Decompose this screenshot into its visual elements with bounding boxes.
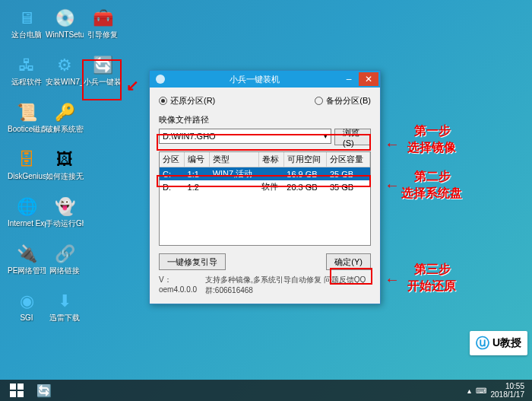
step3-sub: 开始还原 bbox=[407, 278, 456, 294]
icon-sgi[interactable]: ◉ SGI bbox=[8, 289, 45, 329]
step2-title: 第二步 bbox=[414, 169, 451, 184]
svg-point-0 bbox=[156, 75, 165, 84]
watermark-text: JIAOSHOU.COM bbox=[213, 198, 307, 209]
thunder-icon: ⬇ bbox=[52, 289, 77, 313]
svg-rect-1 bbox=[10, 383, 16, 390]
icon-winntsetup[interactable]: 💿 WinNTSetup bbox=[46, 6, 83, 46]
highlight-path-box bbox=[157, 134, 371, 151]
clock[interactable]: 10:55 2018/1/17 bbox=[491, 382, 525, 399]
icon-crack-pwd[interactable]: 🔑 破解系统密码 bbox=[46, 100, 83, 140]
radio-icon bbox=[315, 97, 323, 105]
titlebar[interactable]: 小兵一键装机 – ✕ bbox=[150, 71, 380, 88]
path-label: 映像文件路径 bbox=[159, 114, 371, 126]
disc-icon: 💿 bbox=[52, 6, 77, 30]
svg-rect-4 bbox=[17, 391, 24, 397]
close-button[interactable]: ✕ bbox=[359, 72, 378, 86]
step3-title: 第三步 bbox=[414, 262, 451, 277]
icon-this-pc[interactable]: 🖥 这台电脑 bbox=[8, 6, 45, 46]
taskbar: 🔄 ▴ ⌨ 10:55 2018/1/17 bbox=[0, 380, 532, 401]
icon-bootice[interactable]: 📜 Bootice磁盘工具 bbox=[8, 100, 45, 140]
highlight-ok-box bbox=[330, 268, 372, 285]
arrow-icon: ← bbox=[385, 135, 400, 153]
app-icon: 🔄 bbox=[36, 383, 52, 398]
ie-icon: 🌐 bbox=[14, 195, 39, 219]
keyboard-icon[interactable]: ⌨ bbox=[476, 387, 486, 395]
icon-remote[interactable]: 🖧 远程软件 bbox=[8, 53, 45, 93]
step2-sub: 选择系统盘 bbox=[401, 186, 462, 201]
icon-install-win7[interactable]: ⚙ 安装WIN7_64... bbox=[46, 53, 83, 93]
icon-pe-network[interactable]: 🔌 PE网络管理器 bbox=[8, 242, 45, 282]
network-icon: 🔌 bbox=[14, 242, 39, 266]
arrow-icon: ← bbox=[385, 177, 400, 194]
svg-rect-2 bbox=[17, 383, 24, 390]
radio-restore[interactable]: 还原分区(R) bbox=[159, 95, 215, 107]
monitor-icon: 🖥 bbox=[14, 6, 39, 30]
tray-up-icon[interactable]: ▴ bbox=[467, 387, 471, 395]
windows-icon bbox=[9, 383, 24, 398]
svg-rect-3 bbox=[10, 391, 16, 397]
arrow-icon: ← bbox=[385, 271, 400, 288]
icon-boot-repair[interactable]: 🧰 引导修复 bbox=[84, 6, 121, 46]
icon-ghost[interactable]: 👻 手动运行Ghost bbox=[46, 195, 83, 234]
icon-net-conn[interactable]: 🔗 网络链接 bbox=[46, 242, 83, 282]
link-icon: 🔗 bbox=[52, 242, 77, 266]
table-header-row: 分区 编号 类型 卷标 可用空间 分区容量 bbox=[160, 152, 370, 167]
taskbar-app[interactable]: 🔄 bbox=[30, 380, 58, 400]
step1-title: 第一步 bbox=[414, 123, 451, 138]
highlight-row-box bbox=[157, 175, 371, 187]
start-button[interactable] bbox=[3, 380, 30, 400]
version-text: V：oem4.0.0.0 bbox=[159, 275, 199, 296]
script-icon: 📜 bbox=[14, 100, 39, 125]
window-title: 小兵一键装机 bbox=[169, 74, 339, 85]
system-tray[interactable]: ▴ ⌨ 10:55 2018/1/17 bbox=[467, 382, 530, 399]
repair-boot-button[interactable]: 一键修复引导 bbox=[159, 253, 226, 270]
arrow-icon: ↙ bbox=[126, 76, 139, 94]
app-titlebar-icon bbox=[154, 73, 166, 85]
radio-icon bbox=[159, 97, 167, 105]
image-icon: 🖼 bbox=[52, 148, 77, 172]
radio-backup[interactable]: 备份分区(B) bbox=[315, 95, 371, 107]
ghost-icon: 👻 bbox=[52, 195, 77, 219]
highlight-icon-box bbox=[82, 59, 122, 100]
icon-wifi-help[interactable]: 🖼 如何连接无线网络 bbox=[46, 148, 83, 187]
brand-u-icon: ⓤ bbox=[476, 334, 489, 352]
step1-sub: 选择镜像 bbox=[407, 140, 456, 155]
remote-icon: 🖧 bbox=[14, 53, 39, 78]
toolbox-icon: 🧰 bbox=[90, 6, 115, 30]
minimize-button[interactable]: – bbox=[339, 72, 359, 86]
icon-diskgenius[interactable]: 🗄 DiskGenius分区工具 bbox=[8, 148, 45, 187]
nt-icon: 🔑 bbox=[52, 100, 77, 125]
gear-icon: ⚙ bbox=[52, 53, 77, 78]
desktop: 🖥 这台电脑 💿 WinNTSetup 🧰 引导修复 🖧 远程软件 ⚙ 安装WI… bbox=[0, 0, 532, 380]
brand-logo: ⓤ U教授 bbox=[470, 331, 527, 355]
icon-thunder[interactable]: ⬇ 迅雷下载 bbox=[46, 289, 83, 329]
disk-icon: 🗄 bbox=[14, 148, 39, 172]
icon-ie[interactable]: 🌐 Internet Explorer bbox=[8, 195, 45, 234]
sgi-icon: ◉ bbox=[14, 289, 39, 313]
